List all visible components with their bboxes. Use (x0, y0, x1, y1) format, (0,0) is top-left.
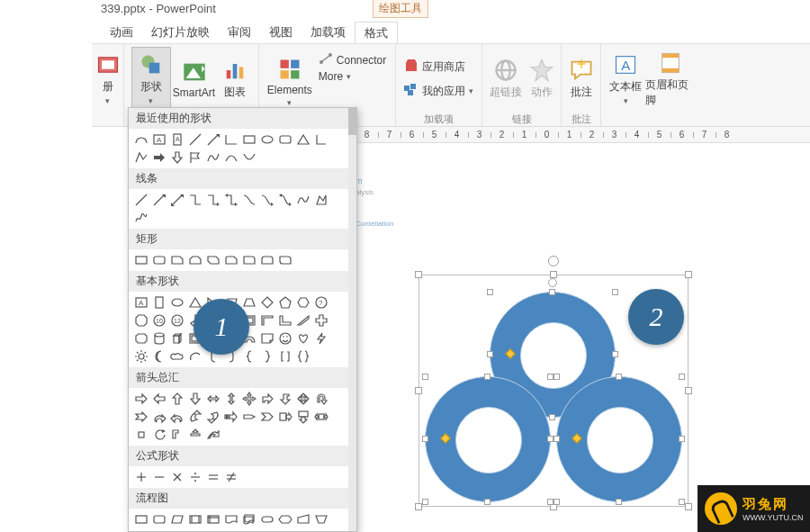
context-tab-drawing-tools[interactable]: 绘图工具 (373, 0, 428, 18)
shape-multiply[interactable] (168, 468, 186, 486)
shape-line-arrow[interactable] (150, 191, 168, 209)
shape-textbox[interactable]: A (132, 293, 150, 311)
shape-arrow-up[interactable] (168, 390, 186, 408)
shape-fc-manual-in[interactable] (294, 510, 312, 528)
shape-line-arrow[interactable] (204, 131, 222, 149)
resize-handle[interactable] (612, 289, 618, 295)
chart-button[interactable]: 图表 (218, 47, 252, 112)
shape-elbow-arrow[interactable] (204, 191, 222, 209)
shape-arrow-notch[interactable] (132, 408, 150, 426)
shape-fc-extract[interactable] (276, 528, 294, 531)
smartart-button[interactable]: SmartArt (171, 47, 218, 112)
shape-pentagon[interactable] (276, 293, 294, 311)
resize-handle[interactable] (616, 374, 622, 380)
shape-arrow-ud[interactable] (222, 390, 240, 408)
shape-roundrect[interactable] (276, 131, 294, 149)
my-apps-button[interactable]: 我的应用 ▾ (404, 84, 473, 99)
resize-handle[interactable] (547, 436, 554, 442)
shape-fc-data[interactable] (168, 510, 186, 528)
shape-arc[interactable] (186, 347, 204, 365)
shape-flag[interactable] (186, 149, 204, 167)
shape-arrow-u[interactable] (312, 390, 330, 408)
shapes-scrollbar[interactable] (348, 108, 356, 531)
shape-fc-internal[interactable] (204, 510, 222, 528)
shape-diag[interactable] (294, 311, 312, 329)
adjust-handle[interactable] (505, 348, 515, 358)
shape-wave2[interactable] (240, 149, 258, 167)
shape-arrow-lud[interactable] (186, 426, 204, 444)
shape-fc-sort[interactable] (258, 528, 276, 531)
resize-handle[interactable] (422, 499, 428, 505)
shape-halfframe[interactable] (258, 311, 276, 329)
shape-vtext[interactable] (150, 293, 168, 311)
shape-arrow-bent2[interactable] (276, 390, 294, 408)
shape-l[interactable] (276, 311, 294, 329)
resize-handle-tr[interactable] (685, 271, 692, 278)
shape-arrow-down[interactable] (186, 390, 204, 408)
donut-shape-2[interactable] (425, 376, 551, 502)
shape-arrow-quad[interactable] (240, 390, 258, 408)
shape-heart[interactable] (294, 329, 312, 347)
shape-can[interactable] (150, 329, 168, 347)
resize-handle[interactable] (554, 436, 560, 442)
shape-arrow-curved-u[interactable] (186, 408, 204, 426)
tab-review[interactable]: 审阅 (219, 22, 260, 43)
shape-notequal[interactable] (222, 468, 240, 486)
shape-fc-prep[interactable] (276, 510, 294, 528)
photo-album-button[interactable]: 册 ▾ (95, 47, 121, 112)
shape-arrow-lr[interactable] (204, 390, 222, 408)
shape-minus[interactable] (150, 468, 168, 486)
shape-arrow-bent[interactable] (258, 390, 276, 408)
tab-animation[interactable]: 动画 (101, 22, 142, 43)
rotation-handle[interactable] (548, 256, 559, 266)
resize-handle[interactable] (422, 436, 428, 442)
shape-snip2diag[interactable] (204, 251, 222, 269)
shape-roundrect[interactable] (150, 251, 168, 269)
resize-handle-tl[interactable] (415, 271, 422, 278)
shape-fc-sum[interactable] (204, 528, 222, 531)
shape-rect[interactable] (240, 131, 258, 149)
shape-snip2same[interactable] (186, 251, 204, 269)
scrollbar-thumb[interactable] (348, 108, 356, 135)
tab-format[interactable]: 格式 (355, 22, 398, 44)
shape-plus[interactable] (312, 311, 330, 329)
resize-handle[interactable] (422, 374, 428, 380)
shape-fc-card[interactable] (168, 528, 186, 531)
shape-arrow-callout-lr[interactable] (312, 408, 330, 426)
shape-braces[interactable] (294, 347, 312, 365)
resize-handle-tm[interactable] (550, 271, 557, 278)
resize-handle[interactable] (679, 374, 685, 380)
shape-curve-free[interactable] (294, 191, 312, 209)
resize-handle[interactable] (549, 414, 555, 420)
shape-oval[interactable] (258, 131, 276, 149)
shape-arrow-striped[interactable] (222, 408, 240, 426)
adjust-handle[interactable] (572, 433, 581, 443)
shape-folded[interactable] (258, 329, 276, 347)
shape-decagon[interactable]: 10 (150, 311, 168, 329)
connector-button[interactable]: Connector (319, 51, 386, 68)
shape-arrow-left[interactable] (150, 390, 168, 408)
shape-curve-double[interactable] (276, 191, 294, 209)
resize-handle[interactable] (484, 374, 490, 380)
tab-view[interactable]: 视图 (260, 22, 302, 43)
shape-plus[interactable] (132, 468, 150, 486)
shape-arrow-curved-l[interactable] (168, 408, 186, 426)
shape-line[interactable] (186, 131, 204, 149)
shape-fc-alt[interactable] (150, 510, 168, 528)
resize-handle[interactable] (547, 499, 554, 505)
resize-handle[interactable] (554, 499, 560, 505)
shape-fc-tape[interactable] (186, 528, 204, 531)
shape-arrow-curved-r[interactable] (150, 408, 168, 426)
comment-button[interactable]: 批注 (565, 47, 598, 112)
donut-shape-3[interactable] (556, 376, 682, 502)
shape-fc-multidoc[interactable] (240, 510, 258, 528)
shape-snipround[interactable] (222, 251, 240, 269)
tab-addins[interactable]: 加载项 (302, 22, 355, 43)
shape-round1[interactable] (240, 251, 258, 269)
shape-arrow-callout-quad[interactable] (132, 426, 150, 444)
shape-arrow-circular[interactable] (150, 426, 168, 444)
shape-fc-or[interactable] (222, 528, 240, 531)
shape-fc-offpage[interactable] (150, 528, 168, 531)
app-store-button[interactable]: 应用商店 (404, 59, 473, 75)
shape-fc-manual-op[interactable] (312, 510, 330, 528)
